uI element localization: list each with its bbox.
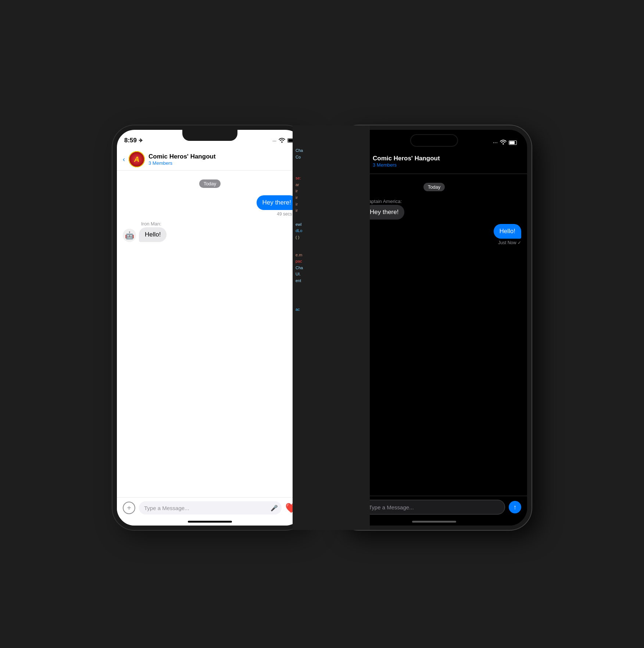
message-input-light[interactable]: Type a Message... 🎤 <box>139 501 282 515</box>
sender-name-ironman-light: Iron Man: <box>141 221 297 227</box>
status-time-light: 8:59 ✈ <box>124 137 143 144</box>
group-name-dark: Comic Heros' Hangout <box>373 155 440 162</box>
avengers-logo-light: A <box>129 151 145 167</box>
notch-dark <box>410 134 458 147</box>
avatar-ironman-light: 🤖 <box>123 229 136 242</box>
sender-name-cap-dark: Captain America: <box>365 199 521 204</box>
members-count-dark: 3 Members <box>373 162 440 168</box>
date-badge-label-dark: Today <box>423 183 445 191</box>
mic-icon-light[interactable]: 🎤 <box>271 505 278 512</box>
send-icon-dark: ↑ <box>514 503 517 511</box>
bubble-out-hello-dark: Hello! <box>494 224 521 239</box>
msg-time-dark: Just Now ✓ <box>498 240 521 245</box>
msg-in-row-light: 🤖 Hello! <box>123 227 297 242</box>
send-button-dark[interactable]: ↑ <box>509 501 521 513</box>
notch-light <box>182 130 237 141</box>
plus-icon-light: + <box>127 504 131 512</box>
home-indicator-light <box>188 521 232 523</box>
incoming-message-dark: Captain America: 🦸 Hey there! <box>347 199 521 220</box>
date-badge-label-light: Today <box>199 179 221 188</box>
wifi-icon <box>279 138 285 144</box>
battery-icon-dark <box>509 140 517 145</box>
phone-light: 8:59 ✈ ··· ‹ A <box>112 125 307 530</box>
location-icon: ✈ <box>139 138 143 143</box>
message-input-dark[interactable]: Type a Message... <box>363 500 505 515</box>
outgoing-message-light: Hey there! 49 secs ✓ <box>123 195 297 217</box>
code-editor-strip: Cha Co se: ar ir ir ir ir ewl dLo ( ) e.… <box>293 125 370 530</box>
outgoing-message-dark: Hello! Just Now ✓ <box>347 224 521 245</box>
nav-bar-light: ‹ A Comic Heros' Hangout 3 Members <box>117 148 303 171</box>
placeholder-light: Type a Message... <box>144 505 189 511</box>
date-badge-dark: Today <box>347 183 521 191</box>
members-count-light: 3 Members <box>149 160 216 166</box>
incoming-message-light: Iron Man: 🤖 Hello! <box>123 221 297 242</box>
wifi-icon-dark <box>500 139 507 146</box>
nav-info-dark: Comic Heros' Hangout 3 Members <box>373 155 440 168</box>
nav-info-light: Comic Heros' Hangout 3 Members <box>149 153 216 166</box>
bubble-out-heythere-light: Hey there! <box>257 195 297 210</box>
time-label: 8:59 <box>124 137 137 144</box>
dots-icon: ··· <box>272 138 276 143</box>
chat-area-light: Today Hey there! 49 secs ✓ Iron Man: 🤖 H… <box>117 171 303 504</box>
time-sent-dark: Just Now ✓ <box>498 240 521 245</box>
group-name-light: Comic Heros' Hangout <box>149 153 216 160</box>
status-icons-light: ··· <box>272 138 296 144</box>
phones-container: 8:59 ✈ ··· ‹ A <box>112 125 532 530</box>
home-indicator-dark <box>412 521 456 523</box>
date-badge-light: Today <box>123 179 297 188</box>
bubble-in-heythere-dark: Hey there! <box>364 205 404 220</box>
status-icons-dark: ··· <box>493 139 517 146</box>
msg-in-row-dark: 🦸 Hey there! <box>347 205 521 220</box>
dots-icon-dark: ··· <box>493 139 498 146</box>
add-button-light[interactable]: + <box>123 502 135 514</box>
group-avatar-light: A <box>129 151 145 167</box>
bubble-in-hello-light: Hello! <box>139 227 167 242</box>
placeholder-dark: Type a Message... <box>369 504 414 510</box>
back-button-light[interactable]: ‹ <box>123 156 125 163</box>
